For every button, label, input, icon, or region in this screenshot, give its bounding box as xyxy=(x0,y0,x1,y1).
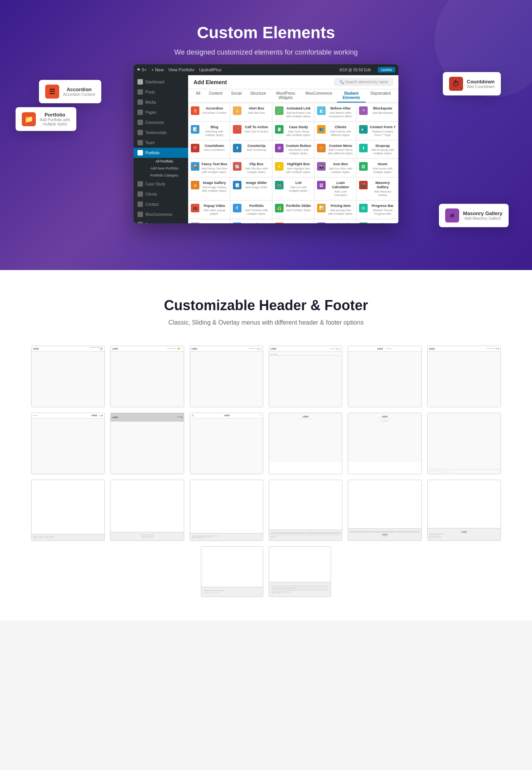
element-label: Countdown xyxy=(201,144,227,148)
tab-woocommerce[interactable]: WooCommerce xyxy=(301,89,336,102)
sidebar-subitem-category[interactable]: Portfolio Category xyxy=(134,172,188,179)
sidebar-item-testimonials[interactable]: Testimonials xyxy=(134,127,188,138)
preview-card-16[interactable] xyxy=(269,480,342,541)
element-desc: Add Custom Menu with different styles. xyxy=(328,148,354,155)
preview-card-7[interactable]: LOGO 🔍 ⊞ xyxy=(31,413,105,474)
ph-logo-7: LOGO xyxy=(92,414,97,417)
element-item-case-study[interactable]: 📋Case StudyAdd Case Study with multiple … xyxy=(272,122,314,140)
element-item-hover[interactable]: 🖼HoverAdd Hover with multiple styles. xyxy=(356,159,398,177)
preview-card-5[interactable]: LOGO xyxy=(348,346,421,407)
element-item-custom-menu[interactable]: 🍔Custom MenuAdd Custom Menu with differe… xyxy=(314,140,356,159)
sidebar-item-contact[interactable]: Contact xyxy=(134,199,188,209)
element-label: Custom Button xyxy=(285,144,312,148)
element-item-image-gallery[interactable]: ◎Image GalleryAdd Image Gallery with mul… xyxy=(188,177,230,200)
element-item-list[interactable]: 🧮ListAdd List with multiple styles. xyxy=(272,177,314,200)
element-item-animated-link[interactable]: 🔗Animated LinkAdd Animated Link with mul… xyxy=(272,103,314,122)
element-item-testimonial[interactable]: ⌨TestimonialAdd Testimonial with differe… xyxy=(314,219,356,223)
preview-card-9[interactable]: 🔍 LOGO ≡ xyxy=(190,413,263,474)
tab-wp-widgets[interactable]: WordPress Widgets xyxy=(271,89,301,102)
sidebar-item-casestudy[interactable]: Case Study xyxy=(134,179,188,189)
preview-card-2[interactable]: LOGO xyxy=(110,346,184,407)
sidebar-subitem-add-new[interactable]: Add New Portfolio xyxy=(134,165,188,172)
preview-card-3[interactable]: LOGO 🔍 ⊞ xyxy=(190,346,263,407)
element-item-highlight-box[interactable]: ✦Highlight BoxAdd Highlight Box with mul… xyxy=(272,159,314,177)
element-desc: Add Case Study with multiple styles. xyxy=(285,130,312,137)
element-item-blockquote[interactable]: ❝BlockquoteAdd Blockquote xyxy=(356,103,398,122)
ph-body-7 xyxy=(32,419,104,474)
element-text-hover: HoverAdd Hover with multiple styles. xyxy=(370,162,396,174)
element-item-typewriter-text[interactable]: 🎨Typewriter TextAdd Typewriter Text on t… xyxy=(356,219,398,223)
element-item-image-slider[interactable]: 📃Image SliderAdd Image Slider xyxy=(230,177,272,200)
preview-card-11[interactable]: LOGO xyxy=(348,413,421,474)
sidebar-item-team[interactable]: Team xyxy=(134,138,188,148)
element-icon-list: 🧮 xyxy=(275,181,284,189)
ph-logo-1: LOGO xyxy=(33,348,39,350)
preview-card-19[interactable] xyxy=(201,546,263,597)
element-item-flip-box[interactable]: 🔄Flip BoxAdd Flip Box with multiple styl… xyxy=(230,159,272,177)
tab-social[interactable]: Social xyxy=(227,89,245,102)
sidebar-item-dashboard[interactable]: Dashboard xyxy=(134,77,188,87)
preview-card-8[interactable]: LOGO ⊞ xyxy=(110,413,184,474)
element-search[interactable]: 🔍 Search element by name xyxy=(335,78,393,86)
element-label: Loan Calculator xyxy=(328,181,354,189)
element-text-flip-box: Flip BoxAdd Flip Box with multiple style… xyxy=(243,162,270,174)
preview-card-20[interactable] xyxy=(269,546,331,597)
sidebar-item-portfolio[interactable]: Portfolio xyxy=(134,148,188,158)
element-item-pricing-item[interactable]: 📊Pricing ItemAdd pricing Item with multi… xyxy=(314,200,356,219)
element-item-popup-video[interactable]: 💼Popup VideoAdd video popup player. xyxy=(188,200,230,219)
wp-ui: ⚑ 0+ + New View Portfolio UpdraftPlus 8/… xyxy=(134,64,398,223)
element-item-clients[interactable]: 👥ClientsAdd Clients with different style… xyxy=(314,122,356,140)
element-text-portfolio-slider: Portfolio SliderAdd Portfolio Slider xyxy=(285,204,312,212)
element-item-accordion[interactable]: ☰AccordionAccordion Content xyxy=(188,103,230,122)
preview-card-4[interactable]: LOGO 🔍 ⊞ xyxy=(269,346,342,407)
sidebar-item-media[interactable]: Media xyxy=(134,97,188,107)
sidebar-item-products[interactable]: Products xyxy=(134,219,188,223)
element-item-countdown[interactable]: ⏱CountdownAdd Countdown xyxy=(188,140,230,159)
element-item-before-after[interactable]: ◧Before-AfterAdd Before-After comparison… xyxy=(314,103,356,122)
element-item-progress-bar[interactable]: ⊟Progress BarRadiant Theme Progress Bar xyxy=(356,200,398,219)
sidebar-item-comments[interactable]: Comments xyxy=(134,117,188,127)
preview-card-14[interactable] xyxy=(110,480,184,541)
element-item-icon-box[interactable]: 📷Icon BoxAdd Icon Box with multiple styl… xyxy=(314,159,356,177)
preview-card-13[interactable] xyxy=(31,480,105,541)
tab-content[interactable]: Content xyxy=(205,89,226,102)
preview-card-15[interactable] xyxy=(190,480,263,541)
tab-radiant[interactable]: Radiant Elements xyxy=(337,89,366,102)
element-item-masonry-gallery[interactable]: 🎬Masonry GalleryAdd Masonry Gallery xyxy=(356,177,398,200)
element-item-portfolio[interactable]: 🎚PortfolioAdd Portfolio with multiple st… xyxy=(230,200,272,219)
element-item-team[interactable]: 💬TeamAdd Team with different styles. xyxy=(272,219,314,223)
element-item-counterup[interactable]: ⬆CounterUpAdd Counterup xyxy=(230,140,272,159)
preview-card-6[interactable]: LOGO 🔍 ⊞ xyxy=(427,346,501,407)
preview-card-17[interactable]: LOGO LOGO xyxy=(348,480,421,541)
tab-all[interactable]: All xyxy=(192,89,204,102)
preview-card-18[interactable]: LOGO xyxy=(427,480,501,541)
element-icon-blog: 📝 xyxy=(191,125,199,134)
sidebar-item-woocommerce[interactable]: WooCommerce xyxy=(134,209,188,219)
element-item-dropcap[interactable]: ⬇DropcapAdd Dropcap with multiple styles… xyxy=(356,140,398,159)
tab-structure[interactable]: Structure xyxy=(246,89,270,102)
update-button[interactable]: Update xyxy=(378,67,395,72)
element-item-call-to-action[interactable]: 📣Call To ActionAdd Call To Action xyxy=(230,122,272,140)
header-footer-section: Customizable Header & Footer Classic, Sl… xyxy=(0,270,532,620)
element-item-custom-button[interactable]: ⊞Custom ButtonAdd Button with multiple s… xyxy=(272,140,314,159)
tab-deprecated[interactable]: Deprecated xyxy=(366,89,395,102)
preview-card-12[interactable] xyxy=(427,413,501,474)
sidebar-item-clients[interactable]: Clients xyxy=(134,189,188,199)
element-item-loan-calculator[interactable]: 🖼Loan CalculatorAdd Loan Calculator xyxy=(314,177,356,200)
sidebar-subitem-all-portfolio[interactable]: All Portfolio xyxy=(134,158,188,165)
element-item-separator[interactable]: ⬛SeparatorRadiant Theme Separator xyxy=(188,219,230,223)
element-icon-pricing-item: 📊 xyxy=(317,204,326,212)
element-item-alert-box[interactable]: ⚠Alert BoxAdd alert box xyxy=(230,103,272,122)
element-item-portfolio-slider[interactable]: 💰Portfolio SliderAdd Portfolio Slider xyxy=(272,200,314,219)
element-item-fancy-text-box[interactable]: 📦Fancy Text BoxAdd Fancy Text Box with m… xyxy=(188,159,230,177)
sidebar-item-pages[interactable]: Pages xyxy=(134,107,188,117)
clients-icon xyxy=(137,191,143,197)
preview-card-10[interactable]: LOGO xyxy=(269,413,342,474)
element-label: Fancy Text Box xyxy=(201,162,227,166)
element-item-contact-form-7[interactable]: 📬Contact Form 7Radiant Contact Form 7 St… xyxy=(356,122,398,140)
sidebar-item-posts[interactable]: Posts xyxy=(134,87,188,97)
element-item-blog[interactable]: 📝BlogAdd Blog with multiple styles. xyxy=(188,122,230,140)
element-item-tabs[interactable]: 👨‍👩‍👧TabsTabbed Content xyxy=(230,219,272,223)
floating-card-portfolio: 📁 Portfolio Add Portfolio withmultiple s… xyxy=(16,107,76,131)
preview-card-1[interactable]: LOGO ⊞ xyxy=(31,346,105,407)
